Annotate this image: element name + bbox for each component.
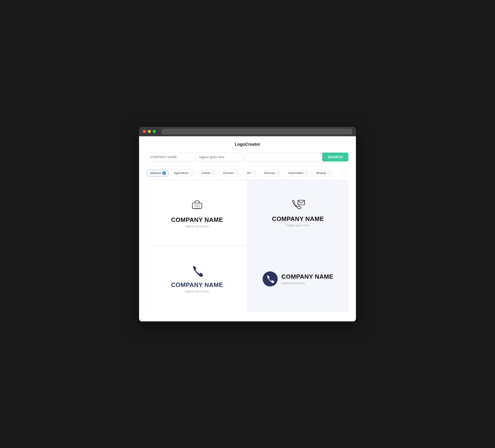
filter-chip-abstract[interactable]: Abstract [147,170,169,176]
filter-chip-art[interactable]: Art [244,170,259,176]
logo-card-2[interactable]: COMPANY NAME tagline goes here [248,180,348,246]
logo1-company-name: COMPANY NAME [171,216,223,224]
filter-check-art [252,171,256,175]
phone-envelope-icon [290,199,305,212]
logo-card-4[interactable]: COMPANY NAME tagline goes here [248,246,348,312]
filter-label-beauty: Beauty [316,171,326,175]
logo2-tagline: tagline goes here [286,224,310,227]
filter-label-animals: Animals [223,171,234,175]
company-name-input[interactable] [147,153,194,162]
filter-check-attorney [276,171,280,175]
close-button[interactable] [143,130,146,133]
filter-bar: AbstractAgricultureAirlineAnimalsArtAtto… [147,166,348,180]
svg-point-2 [197,204,197,205]
filter-label-airline: Airline [202,171,210,175]
filter-check-abstract [162,171,166,175]
filter-label-abstract: Abstract [150,171,161,175]
filter-chip-animals[interactable]: Animals [220,170,242,176]
svg-point-1 [195,204,196,205]
svg-point-8 [197,208,197,209]
logo4-text: COMPANY NAME tagline goes here [281,273,333,285]
logo-card-1[interactable]: COMPANY NAME tagline goes here [147,180,248,246]
svg-point-6 [198,206,199,207]
tagline-input[interactable] [196,153,243,162]
telephone-icon [190,198,204,213]
app-content: LogoCreator SEARCH AbstractAgricultureAi… [139,136,356,321]
logo3-tagline: tagline goes here [185,290,209,293]
svg-point-3 [198,204,199,205]
filter-chip-agriculture[interactable]: Agriculture [171,170,197,176]
browser-window: LogoCreator SEARCH AbstractAgricultureAi… [139,127,356,321]
filter-label-attorney: Attorney [264,171,275,175]
svg-point-5 [197,206,197,207]
maximize-button[interactable] [153,130,156,133]
svg-point-4 [195,206,196,207]
address-bar [162,129,352,134]
logo3-company-name: COMPANY NAME [171,281,223,289]
app-title: LogoCreator [147,142,348,147]
filter-chip-beauty[interactable]: Beauty [313,170,334,176]
filter-label-art: Art [247,171,251,175]
minimize-button[interactable] [148,130,151,133]
logo4-content: COMPANY NAME tagline goes here [262,271,333,286]
filter-check-airline [211,171,215,175]
search-bar: SEARCH [147,153,348,162]
logo4-company-name: COMPANY NAME [281,273,333,280]
filter-check-automotive [304,171,308,175]
logo4-tagline: tagline goes here [281,281,333,285]
filter-chip-attorney[interactable]: Attorney [261,170,283,176]
handset-icon [191,265,203,278]
svg-point-9 [198,208,199,209]
browser-titlebar [139,127,356,136]
filter-label-automotive: Automotive [288,171,303,175]
filter-chip-automotive[interactable]: Automotive [285,170,311,176]
filter-check-agriculture [190,171,193,175]
logo-card-3[interactable]: COMPANY NAME tagline goes here [147,246,248,312]
color-input[interactable] [245,153,320,162]
svg-rect-10 [298,200,304,205]
filter-label-agriculture: Agriculture [174,171,189,175]
filter-check-beauty [327,171,331,175]
circle-phone-icon [262,271,278,286]
filter-check-animals [235,171,239,175]
filter-chip-airline[interactable]: Airline [198,170,218,176]
svg-point-7 [195,208,196,209]
logo1-tagline: tagline goes here [185,224,209,228]
search-button[interactable]: SEARCH [322,153,348,162]
logo2-company-name: COMPANY NAME [272,215,324,223]
logo-grid: COMPANY NAME tagline goes here COMPANY N… [147,180,348,312]
filter-next-button[interactable]: → [342,170,348,176]
